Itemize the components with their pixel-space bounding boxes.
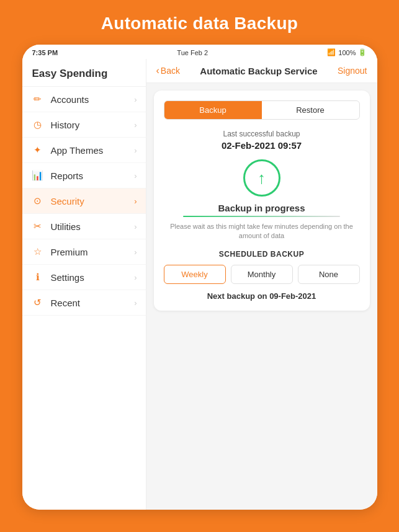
scheduled-backup-label: SCHEDULED BACKUP <box>164 250 360 259</box>
content-area: Backup Restore Last successful backup 02… <box>146 83 377 510</box>
sidebar-chevron-utilities: › <box>134 222 137 231</box>
sidebar-chevron-history: › <box>134 120 137 130</box>
sidebar-label-premium: Premium <box>51 247 135 257</box>
back-label: Back <box>161 66 180 76</box>
sidebar-item-recent[interactable]: ↺Recent› <box>22 290 146 316</box>
nav-title: Automatic Backup Service <box>180 66 338 76</box>
recent-icon: ↺ <box>31 297 45 308</box>
wifi-icon: 📶 <box>327 48 336 56</box>
sidebar-label-security: Security <box>51 196 135 206</box>
sidebar-title: Easy Spending <box>22 59 146 87</box>
back-button[interactable]: ‹ Back <box>156 65 180 76</box>
sidebar-item-history[interactable]: ◷History› <box>22 112 146 138</box>
sidebar-label-reports: Reports <box>51 171 135 181</box>
last-backup-label: Last successful backup <box>164 130 360 138</box>
tab-restore[interactable]: Restore <box>262 101 359 119</box>
battery-icon: 🔋 <box>358 48 367 56</box>
tablet-content: Easy Spending ✏Accounts›◷History›✦App Th… <box>22 59 377 510</box>
status-time: 7:35 PM <box>32 49 58 56</box>
status-date: Tue Feb 2 <box>177 49 208 56</box>
sidebar: Easy Spending ✏Accounts›◷History›✦App Th… <box>22 59 146 510</box>
header: Automatic data Backup <box>89 0 310 45</box>
security-icon: ⊙ <box>31 195 45 206</box>
backup-progress-line <box>183 216 340 217</box>
sidebar-label-accounts: Accounts <box>51 94 135 105</box>
sidebar-chevron-recent: › <box>134 298 137 308</box>
backup-status-text: Backup in progress <box>164 203 360 213</box>
page-title: Automatic data Backup <box>89 0 310 45</box>
sidebar-chevron-settings: › <box>134 273 137 282</box>
battery-status: 100% <box>338 49 356 56</box>
app-themes-icon: ✦ <box>31 144 45 156</box>
schedule-monthly-button[interactable]: Monthly <box>231 265 293 284</box>
sidebar-label-utilities: Utilities <box>51 221 135 232</box>
sidebar-item-utilities[interactable]: ✂Utilities› <box>22 214 146 239</box>
main-content: ‹ Back Automatic Backup Service Signout … <box>146 59 377 510</box>
premium-icon: ☆ <box>31 246 45 257</box>
backup-description: Please wait as this might take few minut… <box>164 222 360 241</box>
backup-info: Last successful backup 02-Feb-2021 09:57 <box>164 130 360 151</box>
sidebar-item-settings[interactable]: ℹSettings› <box>22 265 146 290</box>
schedule-weekly-button[interactable]: Weekly <box>164 265 226 284</box>
schedule-buttons: Weekly Monthly None <box>164 265 360 284</box>
tablet-frame: 7:35 PM Tue Feb 2 📶 100% 🔋 Easy Spending… <box>22 45 377 510</box>
backup-card: Backup Restore Last successful backup 02… <box>154 91 370 311</box>
sidebar-chevron-accounts: › <box>134 95 137 104</box>
sidebar-label-history: History <box>51 120 135 130</box>
sidebar-chevron-reports: › <box>134 171 137 180</box>
signout-button[interactable]: Signout <box>338 66 367 76</box>
sidebar-chevron-app-themes: › <box>134 146 137 155</box>
sidebar-item-security[interactable]: ⊙Security› <box>22 188 146 214</box>
sidebar-item-accounts[interactable]: ✏Accounts› <box>22 87 146 112</box>
back-chevron-icon: ‹ <box>156 65 159 76</box>
tab-bar: Backup Restore <box>164 100 360 120</box>
status-bar: 7:35 PM Tue Feb 2 📶 100% 🔋 <box>22 45 377 59</box>
status-right: 📶 100% 🔋 <box>327 48 367 56</box>
tab-backup[interactable]: Backup <box>164 101 262 119</box>
upload-arrow-icon: ↑ <box>258 170 266 186</box>
sidebar-label-recent: Recent <box>51 298 135 308</box>
settings-icon: ℹ <box>31 272 45 283</box>
sidebar-item-premium[interactable]: ☆Premium› <box>22 239 146 265</box>
sidebar-item-reports[interactable]: 📊Reports› <box>22 163 146 188</box>
sidebar-chevron-security: › <box>134 197 137 206</box>
sidebar-item-app-themes[interactable]: ✦App Themes› <box>22 138 146 163</box>
sidebar-label-settings: Settings <box>51 272 135 283</box>
history-icon: ◷ <box>31 119 45 130</box>
schedule-none-button[interactable]: None <box>298 265 360 284</box>
sidebar-chevron-premium: › <box>134 247 137 257</box>
upload-circle: ↑ <box>243 159 280 197</box>
next-backup-text: Next backup on 09-Feb-2021 <box>164 291 360 301</box>
last-backup-date: 02-Feb-2021 09:57 <box>164 140 360 151</box>
sidebar-label-app-themes: App Themes <box>51 145 135 156</box>
utilities-icon: ✂ <box>31 221 45 232</box>
accounts-icon: ✏ <box>31 94 45 105</box>
reports-icon: 📊 <box>31 170 45 181</box>
nav-bar: ‹ Back Automatic Backup Service Signout <box>146 59 377 83</box>
